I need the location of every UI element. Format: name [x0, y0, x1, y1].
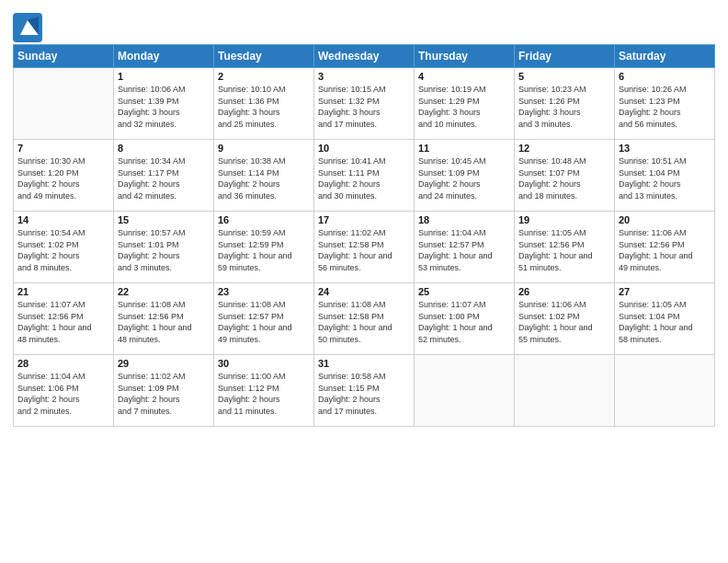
logo-icon	[13, 13, 39, 39]
day-info: Sunrise: 11:06 AM Sunset: 1:02 PM Daylig…	[518, 299, 610, 345]
weekday-header-sunday: Sunday	[14, 45, 114, 68]
calendar-cell: 28Sunrise: 11:04 AM Sunset: 1:06 PM Dayl…	[14, 355, 114, 427]
day-number: 28	[17, 358, 109, 369]
calendar-cell: 30Sunrise: 11:00 AM Sunset: 1:12 PM Dayl…	[214, 355, 314, 427]
calendar-cell: 3Sunrise: 10:15 AM Sunset: 1:32 PM Dayli…	[314, 68, 415, 140]
day-number: 13	[619, 143, 711, 154]
day-info: Sunrise: 11:08 AM Sunset: 12:58 PM Dayli…	[318, 299, 410, 345]
day-number: 14	[17, 214, 109, 225]
day-number: 7	[17, 143, 109, 154]
day-number: 21	[17, 286, 109, 297]
day-info: Sunrise: 10:30 AM Sunset: 1:20 PM Daylig…	[17, 155, 109, 201]
calendar-cell: 22Sunrise: 11:08 AM Sunset: 12:56 PM Day…	[114, 283, 214, 355]
day-info: Sunrise: 10:48 AM Sunset: 1:07 PM Daylig…	[518, 155, 610, 201]
calendar-cell: 14Sunrise: 10:54 AM Sunset: 1:02 PM Dayl…	[14, 212, 114, 283]
day-number: 6	[619, 71, 711, 82]
day-info: Sunrise: 10:41 AM Sunset: 1:11 PM Daylig…	[318, 155, 410, 201]
calendar-cell: 1Sunrise: 10:06 AM Sunset: 1:39 PM Dayli…	[114, 68, 214, 140]
day-info: Sunrise: 11:02 AM Sunset: 12:58 PM Dayli…	[318, 227, 410, 273]
day-info: Sunrise: 10:59 AM Sunset: 12:59 PM Dayli…	[218, 227, 310, 273]
week-row-3: 21Sunrise: 11:07 AM Sunset: 12:56 PM Day…	[14, 283, 715, 355]
week-row-0: 1Sunrise: 10:06 AM Sunset: 1:39 PM Dayli…	[14, 68, 715, 140]
day-number: 23	[218, 286, 310, 297]
day-number: 15	[118, 214, 210, 225]
day-info: Sunrise: 11:07 AM Sunset: 12:56 PM Dayli…	[17, 299, 109, 345]
calendar-cell: 18Sunrise: 11:04 AM Sunset: 12:57 PM Day…	[415, 212, 515, 283]
calendar-cell: 9Sunrise: 10:38 AM Sunset: 1:14 PM Dayli…	[214, 140, 314, 212]
day-info: Sunrise: 10:38 AM Sunset: 1:14 PM Daylig…	[218, 155, 310, 201]
week-row-1: 7Sunrise: 10:30 AM Sunset: 1:20 PM Dayli…	[14, 140, 715, 212]
day-number: 19	[518, 214, 610, 225]
calendar-cell: 10Sunrise: 10:41 AM Sunset: 1:11 PM Dayl…	[314, 140, 415, 212]
calendar-cell	[14, 68, 114, 140]
calendar-cell: 20Sunrise: 11:06 AM Sunset: 12:56 PM Day…	[615, 212, 715, 283]
day-number: 24	[318, 286, 410, 297]
day-info: Sunrise: 11:04 AM Sunset: 12:57 PM Dayli…	[418, 227, 510, 273]
day-number: 25	[418, 286, 510, 297]
day-number: 27	[619, 286, 711, 297]
day-number: 31	[318, 358, 410, 369]
day-info: Sunrise: 10:51 AM Sunset: 1:04 PM Daylig…	[619, 155, 711, 201]
weekday-header-monday: Monday	[114, 45, 214, 68]
day-number: 20	[619, 214, 711, 225]
day-number: 5	[518, 71, 610, 82]
calendar-cell: 16Sunrise: 10:59 AM Sunset: 12:59 PM Day…	[214, 212, 314, 283]
calendar-cell: 31Sunrise: 10:58 AM Sunset: 1:15 PM Dayl…	[314, 355, 415, 427]
day-number: 1	[118, 71, 210, 82]
day-info: Sunrise: 10:10 AM Sunset: 1:36 PM Daylig…	[218, 84, 310, 130]
weekday-header-friday: Friday	[515, 45, 615, 68]
weekday-header-wednesday: Wednesday	[314, 45, 415, 68]
day-info: Sunrise: 11:08 AM Sunset: 12:57 PM Dayli…	[218, 299, 310, 345]
day-info: Sunrise: 10:19 AM Sunset: 1:29 PM Daylig…	[418, 84, 510, 130]
calendar-cell: 19Sunrise: 11:05 AM Sunset: 12:56 PM Day…	[515, 212, 615, 283]
day-info: Sunrise: 10:34 AM Sunset: 1:17 PM Daylig…	[118, 155, 210, 201]
calendar-cell: 15Sunrise: 10:57 AM Sunset: 1:01 PM Dayl…	[114, 212, 214, 283]
day-info: Sunrise: 10:57 AM Sunset: 1:01 PM Daylig…	[118, 227, 210, 273]
day-number: 30	[218, 358, 310, 369]
calendar-cell: 17Sunrise: 11:02 AM Sunset: 12:58 PM Day…	[314, 212, 415, 283]
calendar-cell: 12Sunrise: 10:48 AM Sunset: 1:07 PM Dayl…	[515, 140, 615, 212]
day-number: 18	[418, 214, 510, 225]
calendar-cell: 27Sunrise: 11:05 AM Sunset: 1:04 PM Dayl…	[615, 283, 715, 355]
day-info: Sunrise: 11:06 AM Sunset: 12:56 PM Dayli…	[619, 227, 711, 273]
day-number: 16	[218, 214, 310, 225]
day-number: 3	[318, 71, 410, 82]
week-row-4: 28Sunrise: 11:04 AM Sunset: 1:06 PM Dayl…	[14, 355, 715, 427]
calendar-cell: 13Sunrise: 10:51 AM Sunset: 1:04 PM Dayl…	[615, 140, 715, 212]
day-number: 12	[518, 143, 610, 154]
weekday-header-row: SundayMondayTuesdayWednesdayThursdayFrid…	[14, 45, 715, 68]
weekday-header-saturday: Saturday	[615, 45, 715, 68]
calendar-cell: 21Sunrise: 11:07 AM Sunset: 12:56 PM Day…	[14, 283, 114, 355]
calendar-cell: 29Sunrise: 11:02 AM Sunset: 1:09 PM Dayl…	[114, 355, 214, 427]
day-info: Sunrise: 11:05 AM Sunset: 1:04 PM Daylig…	[619, 299, 711, 345]
day-number: 2	[218, 71, 310, 82]
calendar-cell	[515, 355, 615, 427]
page-container: SundayMondayTuesdayWednesdayThursdayFrid…	[0, 0, 728, 432]
calendar-cell: 26Sunrise: 11:06 AM Sunset: 1:02 PM Dayl…	[515, 283, 615, 355]
day-info: Sunrise: 10:58 AM Sunset: 1:15 PM Daylig…	[318, 371, 410, 417]
day-info: Sunrise: 10:45 AM Sunset: 1:09 PM Daylig…	[418, 155, 510, 201]
header	[13, 9, 715, 39]
calendar-cell: 4Sunrise: 10:19 AM Sunset: 1:29 PM Dayli…	[415, 68, 515, 140]
day-number: 4	[418, 71, 510, 82]
day-number: 10	[318, 143, 410, 154]
day-info: Sunrise: 11:07 AM Sunset: 1:00 PM Daylig…	[418, 299, 510, 345]
calendar-cell: 24Sunrise: 11:08 AM Sunset: 12:58 PM Day…	[314, 283, 415, 355]
day-info: Sunrise: 10:23 AM Sunset: 1:26 PM Daylig…	[518, 84, 610, 130]
day-number: 17	[318, 214, 410, 225]
calendar-cell	[615, 355, 715, 427]
day-number: 29	[118, 358, 210, 369]
day-info: Sunrise: 11:08 AM Sunset: 12:56 PM Dayli…	[118, 299, 210, 345]
calendar-cell: 23Sunrise: 11:08 AM Sunset: 12:57 PM Day…	[214, 283, 314, 355]
day-number: 8	[118, 143, 210, 154]
calendar-cell	[415, 355, 515, 427]
day-info: Sunrise: 11:00 AM Sunset: 1:12 PM Daylig…	[218, 371, 310, 417]
weekday-header-tuesday: Tuesday	[214, 45, 314, 68]
day-info: Sunrise: 11:04 AM Sunset: 1:06 PM Daylig…	[17, 371, 109, 417]
calendar-cell: 25Sunrise: 11:07 AM Sunset: 1:00 PM Dayl…	[415, 283, 515, 355]
day-info: Sunrise: 10:26 AM Sunset: 1:23 PM Daylig…	[619, 84, 711, 130]
day-number: 11	[418, 143, 510, 154]
logo	[13, 13, 40, 39]
calendar-cell: 5Sunrise: 10:23 AM Sunset: 1:26 PM Dayli…	[515, 68, 615, 140]
day-info: Sunrise: 10:15 AM Sunset: 1:32 PM Daylig…	[318, 84, 410, 130]
